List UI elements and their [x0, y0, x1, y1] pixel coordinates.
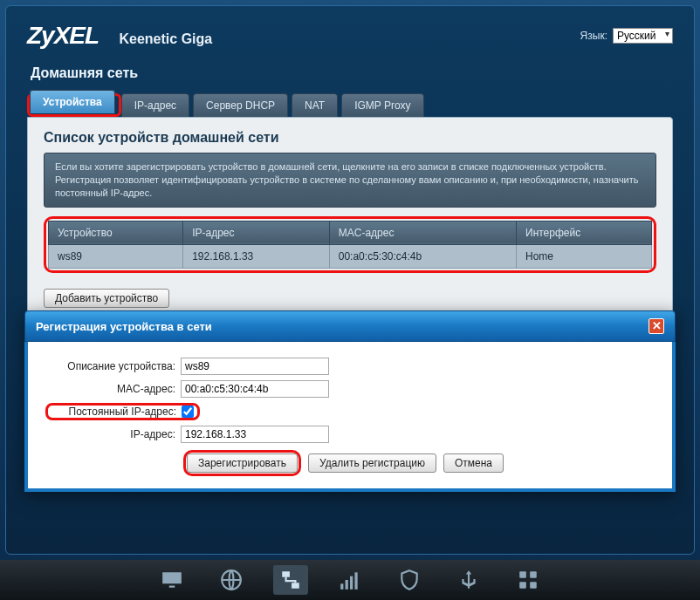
tab-devices[interactable]: Устройства: [30, 90, 115, 113]
svg-rect-10: [530, 582, 537, 589]
permanent-ip-label: Постоянный IP-адрес:: [51, 406, 182, 418]
highlight-tab: Устройства: [27, 93, 121, 117]
table-header-row: Устройство IP-адрес MAC-адрес Интерфейс: [49, 221, 652, 244]
cancel-button[interactable]: Отмена: [443, 453, 504, 473]
dialog-title-text: Регистрация устройства в сети: [36, 320, 212, 333]
usb-icon[interactable]: [451, 565, 486, 595]
signal-icon[interactable]: [333, 565, 367, 595]
mac-label: MAC-адрес:: [45, 383, 181, 395]
cell-device: ws89: [49, 244, 183, 268]
cell-mac: 00:a0:c5:30:c4:4b: [329, 244, 516, 268]
tab-nat[interactable]: NAT: [292, 93, 338, 117]
highlight-table: Устройство IP-адрес MAC-адрес Интерфейс …: [44, 216, 656, 273]
register-button[interactable]: Зарегистрировать: [187, 453, 298, 473]
desc-label: Описание устройства:: [45, 360, 181, 372]
highlight-permanent-ip: Постоянный IP-адрес:: [45, 403, 200, 420]
register-dialog: Регистрация устройства в сети ✕ Описание…: [24, 310, 676, 492]
panel-title: Список устройств домашней сети: [44, 130, 656, 146]
header: ZyXEL Keenetic Giga Язык: Русский: [27, 22, 673, 50]
dialog-titlebar[interactable]: Регистрация устройства в сети ✕: [24, 310, 676, 342]
lan-icon[interactable]: [273, 565, 308, 595]
logo: ZyXEL: [27, 22, 99, 49]
close-icon[interactable]: ✕: [649, 318, 664, 334]
svg-rect-7: [519, 571, 526, 578]
svg-rect-9: [519, 582, 526, 589]
devices-table: Устройство IP-адрес MAC-адрес Интерфейс …: [48, 221, 652, 269]
footer-nav: [0, 560, 700, 600]
desc-input[interactable]: [181, 358, 329, 375]
tab-igmp[interactable]: IGMP Proxy: [341, 93, 423, 117]
col-ip: IP-адрес: [183, 221, 330, 244]
monitor-icon[interactable]: [154, 565, 189, 595]
dialog-body: Описание устройства: MAC-адрес: Постоянн…: [24, 342, 676, 492]
delete-registration-button[interactable]: Удалить регистрацию: [308, 453, 436, 473]
globe-icon[interactable]: [214, 565, 249, 595]
highlight-register-button: Зарегистрировать: [183, 450, 301, 476]
svg-rect-2: [292, 583, 299, 589]
ip-label: IP-адрес:: [45, 428, 181, 440]
svg-rect-4: [346, 580, 348, 590]
content-panel: Список устройств домашней сети Если вы х…: [27, 117, 673, 326]
tab-bar: Устройства IP-адрес Сервер DHCP NAT IGMP…: [27, 93, 673, 117]
col-iface: Интерфейс: [517, 221, 652, 244]
language-selector: Язык: Русский: [580, 28, 673, 44]
cell-iface: Home: [517, 244, 652, 268]
page-title: Домашняя сеть: [31, 65, 673, 81]
col-device: Устройство: [49, 221, 183, 244]
svg-rect-1: [282, 571, 290, 577]
brand-block: ZyXEL Keenetic Giga: [27, 22, 212, 50]
language-label: Язык:: [580, 30, 607, 42]
svg-rect-6: [354, 572, 357, 590]
col-mac: MAC-адрес: [329, 221, 516, 244]
tab-ip-address[interactable]: IP-адрес: [121, 93, 189, 117]
tab-dhcp[interactable]: Сервер DHCP: [193, 93, 288, 117]
shield-icon[interactable]: [392, 565, 427, 595]
info-box: Если вы хотите зарегистрировать устройст…: [44, 153, 656, 208]
svg-rect-5: [350, 576, 353, 590]
add-device-button[interactable]: Добавить устройство: [44, 289, 169, 308]
apps-icon[interactable]: [511, 565, 546, 595]
svg-rect-3: [340, 583, 343, 590]
permanent-ip-checkbox[interactable]: [182, 406, 194, 418]
ip-input[interactable]: [181, 426, 329, 443]
dialog-buttons: Зарегистрировать Удалить регистрацию Отм…: [183, 450, 655, 476]
svg-rect-8: [530, 571, 537, 578]
product-name: Keenetic Giga: [119, 31, 212, 46]
mac-input[interactable]: [181, 380, 329, 398]
cell-ip: 192.168.1.33: [183, 244, 330, 268]
language-select[interactable]: Русский: [613, 28, 673, 44]
table-row[interactable]: ws89 192.168.1.33 00:a0:c5:30:c4:4b Home: [49, 244, 652, 268]
